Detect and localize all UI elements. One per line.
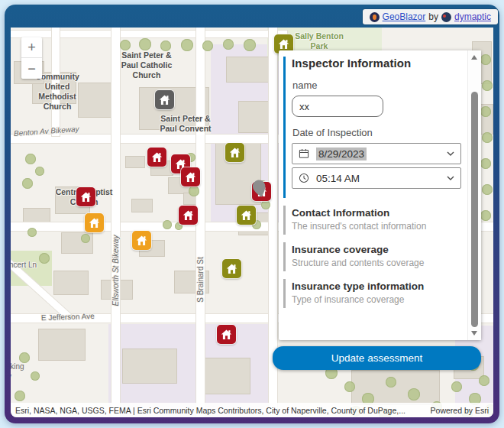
house-marker-red[interactable]	[147, 148, 166, 167]
map-canvas[interactable]: Saint Peter & Paul Catholic ChurchSaint …	[11, 28, 493, 417]
house-marker-orange[interactable]	[85, 213, 104, 232]
chevron-down-icon	[446, 151, 455, 157]
insurance-type-group: Insurance type information Type of insur…	[283, 279, 460, 308]
house-marker-gray[interactable]	[155, 90, 174, 109]
house-marker-olive[interactable]	[237, 206, 256, 225]
time-value: 05:14 AM	[316, 173, 360, 184]
scroll-down-icon[interactable]	[471, 331, 477, 336]
date-input[interactable]: 8/29/2023	[292, 143, 461, 164]
house-icon	[135, 234, 148, 247]
house-marker-olive[interactable]	[222, 259, 241, 278]
dymaptic-icon	[441, 12, 451, 22]
dymaptic-link[interactable]: dymaptic	[454, 11, 491, 22]
insurance-coverage-group: Insurance coverage Structure and content…	[283, 242, 460, 271]
attribution-bar: Esri, NASA, NGA, USGS, FEMA | Esri Commu…	[11, 403, 493, 417]
house-marker-red[interactable]	[76, 187, 95, 206]
brand-badge: GeoBlazor by dymaptic	[363, 9, 498, 24]
house-icon	[158, 93, 171, 106]
name-input[interactable]: xx	[292, 96, 383, 117]
group-title: Contact Information	[292, 207, 457, 219]
powered-by-esri: Powered by Esri	[431, 406, 489, 415]
contact-info-group: Contact Information The insured's contac…	[283, 206, 460, 235]
zoom-in-button[interactable]: +	[21, 37, 42, 58]
brand-by-text: by	[428, 11, 438, 22]
house-marker-olive[interactable]	[225, 143, 244, 162]
map-label: rking y	[11, 362, 24, 381]
house-marker-red[interactable]	[179, 206, 198, 225]
house-icon	[225, 262, 238, 275]
date-label: Date of Inspection	[292, 127, 457, 138]
geoblazor-icon	[370, 12, 380, 22]
house-icon	[228, 146, 241, 159]
editor-panel: Inspector Information name xx Date of In…	[279, 50, 481, 340]
group-title: Insurance type information	[292, 280, 457, 292]
house-marker-orange[interactable]	[132, 231, 151, 250]
group-subtitle: Structure and contents coverage	[292, 258, 457, 268]
editor-form: Inspector Information name xx Date of In…	[279, 50, 468, 340]
house-icon	[277, 37, 290, 50]
panel-title: Inspector Information	[292, 57, 457, 70]
map-label: Saint Peter & Paul Catholic Church	[121, 50, 173, 80]
house-icon	[88, 216, 101, 229]
time-input[interactable]: 05:14 AM	[292, 167, 461, 189]
name-value: xx	[299, 101, 309, 112]
scroll-up-icon[interactable]	[471, 55, 477, 60]
house-icon	[79, 190, 92, 203]
name-label: name	[292, 79, 457, 91]
top-bar: GeoBlazor by dymaptic	[5, 5, 499, 28]
group-subtitle: The insured's contact information	[292, 221, 457, 232]
app-frame: GeoBlazor by dymaptic Saint Peter & Paul…	[5, 5, 499, 423]
panel-scrollbar[interactable]	[467, 50, 481, 340]
attribution-sources: Esri, NASA, NGA, USGS, FEMA | Esri Commu…	[15, 406, 422, 415]
calendar-icon	[298, 148, 310, 160]
geoblazor-link[interactable]: GeoBlazor	[383, 11, 426, 22]
selected-house-marker[interactable]	[252, 182, 271, 201]
scrollbar-thumb[interactable]	[471, 92, 478, 327]
house-icon	[220, 328, 233, 341]
chevron-down-icon	[446, 175, 455, 181]
group-subtitle: Type of insurance coverage	[292, 294, 457, 305]
update-assessment-button[interactable]: Update assessment	[273, 346, 481, 370]
house-icon	[240, 209, 253, 222]
zoom-out-button[interactable]: −	[21, 58, 42, 79]
house-icon	[184, 170, 197, 183]
zoom-control: + −	[21, 37, 42, 79]
clock-icon	[298, 172, 310, 184]
house-icon	[150, 151, 163, 164]
house-icon	[182, 209, 195, 222]
house-marker-red[interactable]	[217, 325, 236, 344]
house-marker-red[interactable]	[181, 167, 200, 186]
date-value: 8/29/2023	[316, 148, 367, 160]
inspector-info-group: Inspector Information name xx Date of In…	[283, 57, 460, 198]
group-title: Insurance coverage	[292, 244, 457, 255]
